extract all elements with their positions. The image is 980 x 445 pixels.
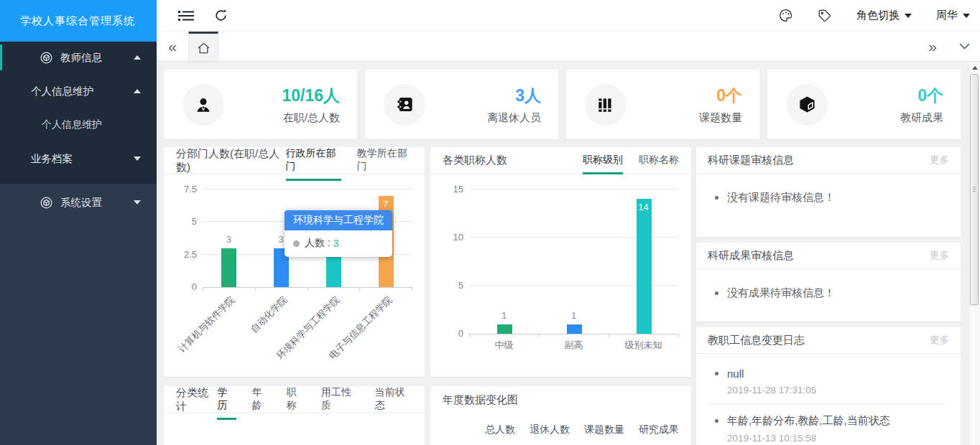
sidebar-item-personal-info[interactable]: 个人信息维护	[0, 73, 157, 109]
tooltip-title: 环境科学与工程学院	[285, 210, 392, 230]
tabs-scroll-right-button[interactable]: »	[917, 32, 948, 61]
stat-value: 0个	[699, 85, 742, 107]
sidebar-item-label: 个人信息维护	[42, 118, 102, 131]
bar[interactable]	[567, 324, 582, 334]
tab-teaching-department[interactable]: 教学所在部门	[357, 147, 412, 174]
chevron-down-icon	[134, 200, 141, 205]
tab-current-status[interactable]: 当前状态	[375, 386, 412, 413]
panel-header: 分部门人数(在职/总人数) 行政所在部门 教学所在部门	[164, 147, 425, 174]
y-axis-tick-label: 2.5	[168, 249, 197, 260]
axis-tick	[255, 287, 256, 291]
tab-total-staff[interactable]: 总人数	[485, 423, 515, 438]
more-link[interactable]: 更多	[930, 249, 949, 262]
more-link[interactable]: 更多	[930, 154, 949, 167]
cube-icon	[40, 51, 53, 65]
title-bar-chart: 0510151中级1副高14级别未知	[430, 174, 691, 377]
refresh-icon[interactable]	[214, 9, 228, 22]
panel-title: 教职工信息变更日志	[708, 334, 805, 347]
scroll-up-button[interactable]	[969, 62, 980, 73]
gridline	[469, 189, 678, 189]
stat-card-staff: 10/16人 在职/总人数	[164, 70, 357, 139]
bar-value-label: 1	[539, 310, 609, 321]
stat-card-retired: 3人 离退休人员	[365, 70, 558, 139]
tag-icon[interactable]	[818, 9, 832, 23]
sidebar-item-teacher-info[interactable]: 教师信息	[0, 42, 157, 73]
y-axis-tick-label: 0	[168, 281, 197, 292]
sidebar-item-label: 教师信息	[60, 51, 102, 65]
tabs-menu-button[interactable]	[948, 32, 980, 61]
sidebar-item-label: 系统设置	[60, 196, 102, 210]
bar[interactable]	[497, 324, 512, 334]
tab-admin-department[interactable]: 行政所在部门	[286, 147, 341, 174]
stat-value: 0个	[900, 85, 943, 107]
bar-value-label: 7	[359, 199, 412, 210]
x-axis-label: 计算机与软件学院	[176, 294, 238, 355]
y-axis-tick-label: 7.5	[168, 184, 197, 195]
panel-title: 科研课题审核信息	[708, 154, 794, 167]
collapse-menu-icon[interactable]	[178, 9, 194, 22]
tooltip-series-value: 3	[333, 238, 339, 249]
theme-palette-icon[interactable]	[778, 8, 793, 23]
sidebar-item-personal-info-child[interactable]: 个人信息维护	[0, 109, 157, 141]
tab-title[interactable]: 职称	[287, 386, 305, 413]
bar[interactable]	[637, 199, 652, 334]
tab-retired-count[interactable]: 退休人数	[530, 423, 570, 438]
panel-header: 分类统计 学历 年龄 职称 用工性质 当前状态	[164, 386, 425, 413]
chart-category-slot: 1副高	[539, 190, 609, 334]
sidebar: 学校人事综合管理系统 教师信息 个人信息维护	[0, 0, 157, 445]
chevron-up-icon	[134, 89, 141, 93]
chart-category-slot: 1中级	[469, 190, 539, 334]
chart-plot-area: 0510151中级1副高14级别未知	[469, 190, 678, 334]
y-axis-tick-label: 5	[435, 280, 463, 291]
y-axis-tick-label: 10	[435, 232, 463, 243]
tab-education[interactable]: 学历	[217, 386, 236, 413]
tab-age[interactable]: 年龄	[252, 386, 271, 413]
panel-title: 年度数据变化图	[443, 393, 518, 407]
panel-body: 没有成果待审核信息！	[696, 269, 961, 317]
tabs-empty-space	[218, 32, 917, 61]
tabs-scroll-left-button[interactable]: «	[157, 32, 188, 61]
stat-card-results: 0个 教研成果	[767, 70, 961, 139]
tab-title-name[interactable]: 职称名称	[639, 154, 679, 168]
log-item: 年龄,年龄分布,教龄,工龄,当前状态 2019-11-13 10:15:58	[711, 405, 946, 445]
bullet-dot	[715, 196, 718, 200]
home-icon	[196, 41, 211, 55]
contacts-icon	[384, 84, 425, 126]
log-item-text: null	[727, 367, 744, 380]
bar-value-label: 1	[469, 310, 539, 321]
username: 周华	[936, 9, 958, 22]
x-axis-label: 中级	[469, 339, 539, 352]
more-link[interactable]: 更多	[930, 334, 949, 347]
vertical-scrollbar[interactable]	[969, 62, 980, 445]
charts-row: 分部门人数(在职/总人数) 行政所在部门 教学所在部门 02.557.53计算机…	[164, 147, 691, 377]
axis-tick	[308, 287, 308, 291]
department-chart-panel: 分部门人数(在职/总人数) 行政所在部门 教学所在部门 02.557.53计算机…	[164, 147, 425, 377]
panel-header: 教职工信息变更日志 更多	[696, 327, 961, 354]
list-item: 没有课题待审核信息！	[711, 178, 946, 217]
role-switch-dropdown[interactable]: 角色切换	[856, 9, 912, 22]
user-menu[interactable]: 周华	[936, 9, 970, 22]
dashboard-content: 10/16人 在职/总人数 3人	[157, 62, 969, 445]
log-item-timestamp: 2019-11-13 10:15:58	[727, 433, 946, 444]
stat-cards-row: 10/16人 在职/总人数 3人	[164, 70, 961, 139]
stat-value: 10/16人	[282, 85, 340, 107]
panel-title: 各类职称人数	[443, 154, 507, 167]
sidebar-item-label: 业务档案	[31, 152, 73, 166]
tab-topic-count[interactable]: 课题数量	[584, 423, 624, 438]
tab-home[interactable]	[188, 32, 218, 61]
tab-title-level[interactable]: 职称级别	[583, 154, 623, 168]
chart-category-slot: 3计算机与软件学院	[203, 190, 255, 287]
dashboard-body: 分部门人数(在职/总人数) 行政所在部门 教学所在部门 02.557.53计算机…	[164, 147, 961, 445]
bullet-dot	[715, 419, 718, 423]
title-chart-panel: 各类职称人数 职称级别 职称名称 0510151中级1副高14级别未知	[430, 147, 691, 377]
tab-research-results[interactable]: 研究成果	[639, 423, 679, 438]
tab-employment-type[interactable]: 用工性质	[321, 386, 359, 413]
bar[interactable]	[221, 248, 236, 287]
main-area: 角色切换 周华 « »	[157, 0, 980, 445]
sidebar-item-business-archive[interactable]: 业务档案	[0, 141, 157, 177]
person-icon	[182, 84, 224, 126]
sidebar-item-system-settings[interactable]: 系统设置	[0, 184, 157, 221]
scrollbar-thumb[interactable]	[970, 74, 979, 305]
page-tabs-bar: « »	[157, 32, 980, 62]
bar-value-label: 14	[609, 202, 678, 212]
